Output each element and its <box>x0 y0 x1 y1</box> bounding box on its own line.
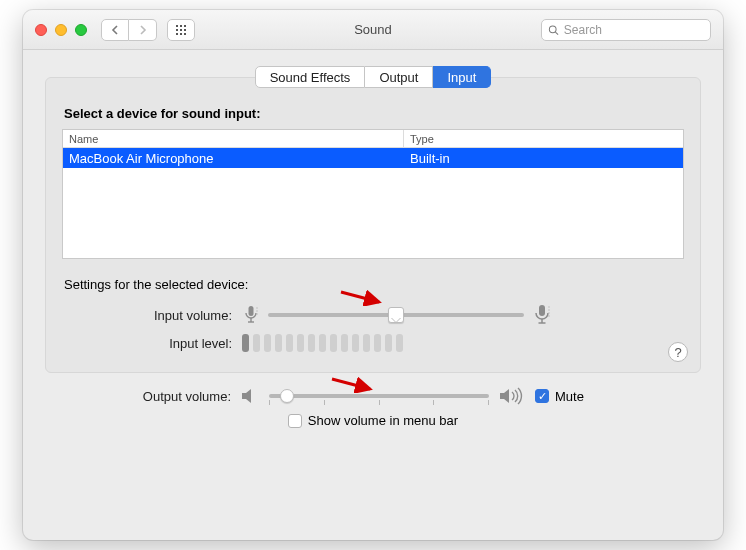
svg-point-12 <box>548 306 550 308</box>
grid-icon <box>175 24 187 36</box>
microphone-low-icon <box>242 305 260 325</box>
window-controls <box>35 24 87 36</box>
svg-point-13 <box>548 309 550 311</box>
body: Sound Effects Output Input Select a devi… <box>23 50 723 540</box>
zoom-window-button[interactable] <box>75 24 87 36</box>
panel-heading: Select a device for sound input: <box>64 106 684 121</box>
tab-sound-effects[interactable]: Sound Effects <box>255 66 366 88</box>
device-name: MacBook Air Microphone <box>63 148 404 168</box>
chevron-right-icon <box>139 25 147 35</box>
forward-button[interactable] <box>129 19 157 41</box>
svg-line-1 <box>555 32 558 35</box>
svg-rect-3 <box>249 306 254 316</box>
svg-point-0 <box>549 25 556 32</box>
svg-line-2 <box>341 292 379 302</box>
output-volume-label: Output volume: <box>45 389 241 404</box>
speaker-low-icon <box>241 388 259 404</box>
minimize-window-button[interactable] <box>55 24 67 36</box>
device-list-header: Name Type <box>63 130 683 148</box>
tab-input[interactable]: Input <box>433 66 491 88</box>
close-window-button[interactable] <box>35 24 47 36</box>
menu-bar-label: Show volume in menu bar <box>308 413 458 428</box>
input-panel: Select a device for sound input: Name Ty… <box>45 77 701 373</box>
svg-point-6 <box>256 307 258 309</box>
search-input[interactable] <box>564 23 704 37</box>
settings-heading: Settings for the selected device: <box>64 277 684 292</box>
tabs: Sound Effects Output Input <box>45 66 701 88</box>
input-level-meter <box>242 334 403 352</box>
svg-point-8 <box>256 313 258 315</box>
show-all-button[interactable] <box>167 19 195 41</box>
input-volume-slider[interactable] <box>268 313 524 317</box>
column-header-type[interactable]: Type <box>404 130 683 147</box>
input-level-row: Input level: <box>62 334 684 352</box>
output-volume-thumb[interactable] <box>280 389 294 403</box>
bottom-section: Output volume: Mute Show volume <box>45 387 701 428</box>
chevron-left-icon <box>111 25 119 35</box>
device-type: Built-in <box>404 148 683 168</box>
mute-control[interactable]: Mute <box>535 389 584 404</box>
tab-output[interactable]: Output <box>365 66 433 88</box>
input-volume-row: Input volume: <box>62 304 684 326</box>
svg-point-14 <box>548 312 550 314</box>
speaker-high-icon <box>499 387 523 405</box>
mute-label: Mute <box>555 389 584 404</box>
titlebar: Sound <box>23 10 723 50</box>
input-volume-label: Input volume: <box>62 308 242 323</box>
menu-bar-checkbox[interactable] <box>288 414 302 428</box>
svg-point-7 <box>256 310 258 312</box>
mute-checkbox[interactable] <box>535 389 549 403</box>
input-level-label: Input level: <box>62 336 242 351</box>
menu-bar-row[interactable]: Show volume in menu bar <box>45 413 701 428</box>
help-button[interactable]: ? <box>668 342 688 362</box>
output-volume-row: Output volume: Mute <box>45 387 701 405</box>
microphone-high-icon <box>532 304 552 326</box>
back-button[interactable] <box>101 19 129 41</box>
device-list-row[interactable]: MacBook Air Microphone Built-in <box>63 148 683 168</box>
search-icon <box>548 24 559 36</box>
svg-rect-9 <box>539 305 545 316</box>
input-volume-thumb[interactable] <box>388 307 404 323</box>
input-volume-control <box>242 304 552 326</box>
sound-preferences-window: Sound Sound Effects Output Input Select … <box>23 10 723 540</box>
search-field[interactable] <box>541 19 711 41</box>
output-volume-slider[interactable] <box>269 394 489 398</box>
nav-buttons <box>101 19 157 41</box>
device-list: Name Type MacBook Air Microphone Built-i… <box>62 129 684 259</box>
column-header-name[interactable]: Name <box>63 130 404 147</box>
svg-point-15 <box>548 315 550 317</box>
